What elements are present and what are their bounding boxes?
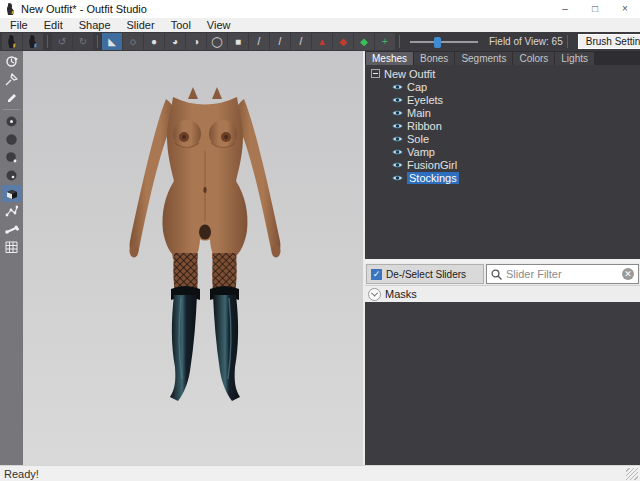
tree-item-fusiongirl[interactable]: FusionGirl bbox=[365, 158, 640, 171]
tree-root-row[interactable]: New Outfit bbox=[365, 67, 640, 80]
tree-item-eyelets[interactable]: Eyelets bbox=[365, 93, 640, 106]
collision-brush-icon[interactable]: ▲ bbox=[312, 33, 332, 50]
brush-settings-button[interactable]: Brush Settings bbox=[578, 34, 640, 49]
pencil-tool-icon[interactable] bbox=[2, 89, 21, 106]
tree-item-ribbon[interactable]: Ribbon bbox=[365, 119, 640, 132]
menu-slider[interactable]: Slider bbox=[119, 18, 163, 32]
slider-filter-box[interactable]: ✕ bbox=[486, 264, 639, 284]
select-brush-icon[interactable]: ◣ bbox=[102, 33, 122, 50]
menu-edit[interactable]: Edit bbox=[36, 18, 71, 32]
tree-item-label[interactable]: Main bbox=[407, 107, 431, 119]
tree-item-label[interactable]: Eyelets bbox=[407, 94, 443, 106]
mask-brush-icon[interactable]: ◌ bbox=[123, 33, 143, 50]
menu-view[interactable]: View bbox=[199, 18, 239, 32]
deselect-sliders-label: De-/Select Sliders bbox=[386, 269, 466, 280]
smooth-brush-icon[interactable]: ◑ bbox=[186, 33, 206, 50]
circle-dot-brush-icon[interactable] bbox=[2, 113, 21, 130]
tree-item-label[interactable]: FusionGirl bbox=[407, 159, 457, 171]
visibility-eye-icon[interactable] bbox=[392, 135, 403, 143]
tree-item-label-selected[interactable]: Stockings bbox=[407, 172, 459, 184]
load-reference-icon[interactable] bbox=[23, 33, 43, 50]
checkbox-checked-icon[interactable]: ✓ bbox=[371, 269, 382, 280]
collapse-icon[interactable] bbox=[371, 69, 380, 78]
grid-tool-icon[interactable] bbox=[2, 239, 21, 256]
left-toolbar bbox=[0, 51, 23, 465]
pose-tool-icon[interactable]: + bbox=[375, 33, 395, 50]
masks-section-header[interactable]: Masks bbox=[365, 285, 640, 302]
tab-bones[interactable]: Bones bbox=[414, 52, 454, 65]
tree-item-sole[interactable]: Sole bbox=[365, 132, 640, 145]
cube-transform-tool-icon[interactable] bbox=[2, 185, 21, 202]
toolbar-separator bbox=[47, 35, 48, 48]
color-brush-icon[interactable]: / bbox=[270, 33, 290, 50]
field-of-view-slider[interactable] bbox=[410, 41, 478, 43]
viewport-3d[interactable] bbox=[23, 51, 363, 465]
alpha-brush-icon[interactable]: / bbox=[291, 33, 311, 50]
move-brush-icon[interactable]: ◯ bbox=[207, 33, 227, 50]
circle-center-dot-brush-icon[interactable] bbox=[2, 167, 21, 184]
slider-filter-input[interactable] bbox=[506, 268, 618, 280]
tab-segments[interactable]: Segments bbox=[455, 52, 512, 65]
minimize-button[interactable]: – bbox=[550, 0, 580, 18]
menu-shape[interactable]: Shape bbox=[71, 18, 119, 32]
tree-item-vamp[interactable]: Vamp bbox=[365, 145, 640, 158]
menu-file[interactable]: File bbox=[2, 18, 36, 32]
weight-brush-icon[interactable]: / bbox=[249, 33, 269, 50]
tab-lights[interactable]: Lights bbox=[555, 52, 594, 65]
main-area: Meshes Bones Segments Colors Lights New … bbox=[0, 51, 640, 465]
tree-item-label[interactable]: Cap bbox=[407, 81, 427, 93]
field-increase-icon[interactable]: ◆ bbox=[354, 33, 374, 50]
visibility-eye-icon[interactable] bbox=[392, 122, 403, 130]
inflate-brush-icon[interactable]: ● bbox=[144, 33, 164, 50]
maximize-button[interactable]: □ bbox=[580, 0, 610, 18]
toolbar-separator bbox=[399, 35, 400, 48]
redo-icon[interactable]: ↻ bbox=[73, 33, 93, 50]
right-panel: Meshes Bones Segments Colors Lights New … bbox=[363, 51, 640, 465]
tree-item-stockings[interactable]: Stockings bbox=[365, 171, 640, 184]
visibility-eye-icon[interactable] bbox=[392, 174, 403, 182]
tree-item-label[interactable]: Sole bbox=[407, 133, 429, 145]
visibility-eye-icon[interactable] bbox=[392, 161, 403, 169]
window-title: New Outfit* - Outfit Studio bbox=[21, 3, 147, 15]
status-bar: Ready! bbox=[0, 465, 640, 481]
bone-tool-icon[interactable] bbox=[2, 221, 21, 238]
tree-item-label[interactable]: Ribbon bbox=[407, 120, 442, 132]
tree-item-main[interactable]: Main bbox=[365, 106, 640, 119]
close-button[interactable]: × bbox=[610, 0, 640, 18]
undo-icon[interactable]: ↺ bbox=[52, 33, 72, 50]
outfit-studio-window: New Outfit* - Outfit Studio – □ × File E… bbox=[0, 0, 640, 481]
visibility-eye-icon[interactable] bbox=[392, 109, 403, 117]
pin-tool-icon[interactable] bbox=[2, 71, 21, 88]
title-bar: New Outfit* - Outfit Studio – □ × bbox=[0, 0, 640, 18]
deflate-brush-icon[interactable]: ◕ bbox=[165, 33, 185, 50]
visibility-eye-icon[interactable] bbox=[392, 148, 403, 156]
visibility-eye-icon[interactable] bbox=[392, 96, 403, 104]
tab-colors[interactable]: Colors bbox=[513, 52, 554, 65]
resize-grip-icon[interactable] bbox=[626, 468, 638, 480]
toolbar-separator bbox=[97, 35, 98, 48]
circle-offset-dot-brush-icon[interactable] bbox=[2, 149, 21, 166]
clear-filter-icon[interactable]: ✕ bbox=[622, 268, 634, 280]
tree-root-label[interactable]: New Outfit bbox=[384, 68, 435, 80]
menu-bar: File Edit Shape Slider Tool View bbox=[0, 18, 640, 32]
history-tool-icon[interactable] bbox=[2, 53, 21, 70]
app-icon bbox=[5, 3, 16, 16]
status-text: Ready! bbox=[4, 468, 39, 480]
character-model[interactable] bbox=[120, 83, 290, 403]
menu-tool[interactable]: Tool bbox=[163, 18, 199, 32]
search-icon bbox=[491, 269, 502, 280]
deselect-sliders-button[interactable]: ✓ De-/Select Sliders bbox=[366, 264, 484, 284]
load-outfit-icon[interactable] bbox=[2, 33, 22, 50]
tree-item-label[interactable]: Vamp bbox=[407, 146, 435, 158]
slider-handle[interactable] bbox=[434, 37, 441, 48]
filled-circle-brush-icon[interactable] bbox=[2, 131, 21, 148]
eraser-brush-icon[interactable]: ■ bbox=[228, 33, 248, 50]
tab-meshes[interactable]: Meshes bbox=[366, 52, 413, 65]
visibility-eye-icon[interactable] bbox=[392, 83, 403, 91]
mesh-tree: New Outfit Cap Eyelets Main Ribbon bbox=[365, 65, 640, 259]
slider-header: ✓ De-/Select Sliders ✕ bbox=[365, 263, 640, 285]
vertex-edit-tool-icon[interactable] bbox=[2, 203, 21, 220]
field-decrease-icon[interactable]: ◆ bbox=[333, 33, 353, 50]
tree-item-cap[interactable]: Cap bbox=[365, 80, 640, 93]
chevron-down-icon[interactable] bbox=[368, 288, 381, 301]
